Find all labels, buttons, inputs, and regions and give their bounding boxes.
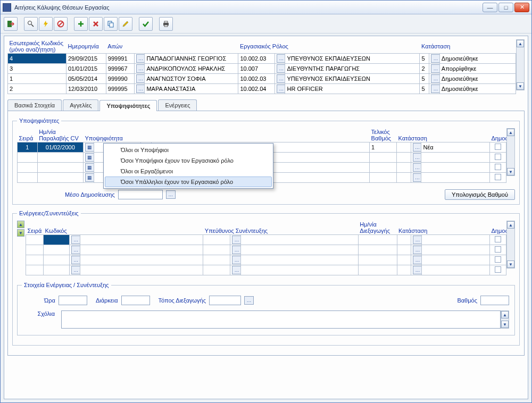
lookup-icon[interactable]: … xyxy=(277,54,285,63)
edit-icon[interactable] xyxy=(119,17,132,31)
menu-employees-with-role[interactable]: Όσοι Υπάλληλοι έχουν τον Εργασιακό ρόλο xyxy=(105,177,272,187)
lookup-icon[interactable]: … xyxy=(413,153,421,162)
exit-icon[interactable] xyxy=(4,17,18,31)
lookup-icon[interactable]: … xyxy=(136,54,145,63)
tab-ads[interactable]: Αγγελίες xyxy=(63,99,98,111)
lookup-icon[interactable]: … xyxy=(413,143,421,152)
lookup-icon[interactable]: … xyxy=(136,85,145,93)
lookup-icon[interactable]: … xyxy=(413,246,421,254)
lookup-icon[interactable]: … xyxy=(413,173,421,182)
menu-candidates-with-role[interactable]: Όσοι Υποψήφιοι έχουν τον Εργασιακό ρόλο xyxy=(105,155,272,166)
lookup-icon[interactable]: … xyxy=(413,163,421,172)
scroll-down-icon[interactable]: ▼ xyxy=(501,321,509,328)
action-row[interactable]: ……… xyxy=(26,235,506,245)
master-row[interactable]: 4 29/09/2015 999991 … ΠΑΠΑΔΟΓΙΑΝΝΗΣ ΓΕΩΡ… xyxy=(8,54,516,64)
actions-legend: Ενέργειες/Συνεντεύξεις xyxy=(17,210,81,216)
notes-label: Σχόλια xyxy=(23,310,55,317)
lookup-icon[interactable]: … xyxy=(431,74,439,83)
calendar-icon[interactable]: ▦ xyxy=(85,163,94,172)
action-row[interactable]: ……… xyxy=(26,265,506,275)
add-icon[interactable] xyxy=(74,17,88,31)
copy-icon[interactable] xyxy=(104,17,118,31)
move-down-icon[interactable]: ▼ xyxy=(17,229,24,237)
tab-actions[interactable]: Ενέργειες xyxy=(158,99,197,111)
scroll-down-icon[interactable]: ▼ xyxy=(507,168,514,175)
master-row[interactable]: 301/01/2015999967 …ΑΝΔΡΙΚΟΠΟΥΛΟΣ ΗΡΑΚΛΗΣ… xyxy=(8,64,516,74)
lookup-icon[interactable]: … xyxy=(244,296,254,305)
lookup-icon[interactable]: … xyxy=(232,256,240,264)
lookup-icon[interactable]: … xyxy=(232,266,240,274)
menu-all-candidates[interactable]: Όλοι οι Υποψήφιοι xyxy=(105,145,272,155)
publish-checkbox[interactable] xyxy=(495,154,501,160)
minimize-button[interactable]: — xyxy=(483,3,497,12)
lookup-icon[interactable]: … xyxy=(136,64,145,73)
action-detail-legend: Στοιχεία Ενέργειας / Συνέντευξης xyxy=(22,282,111,288)
close-button[interactable]: ✕ xyxy=(514,3,529,12)
search-icon[interactable] xyxy=(24,17,38,31)
lookup-icon[interactable]: … xyxy=(413,236,421,244)
scroll-up-icon[interactable]: ▲ xyxy=(501,311,509,318)
lookup-icon[interactable]: … xyxy=(232,236,240,244)
actions-scrollbar[interactable]: ▲ ▼ xyxy=(506,221,515,268)
notes-input[interactable] xyxy=(61,310,501,329)
lookup-icon[interactable]: … xyxy=(277,74,285,83)
master-row[interactable]: 105/05/2014999990 …ΑΝΑΓΝΩΣΤΟΥ ΣΟΦΙΑ 10.0… xyxy=(8,74,516,84)
publish-checkbox[interactable] xyxy=(495,164,501,170)
lookup-icon[interactable]: … xyxy=(71,236,80,244)
scroll-up-icon[interactable]: ▲ xyxy=(507,221,514,229)
scroll-down-icon[interactable]: ▼ xyxy=(507,261,514,268)
lookup-icon[interactable]: … xyxy=(136,74,145,83)
lookup-icon[interactable]: … xyxy=(431,64,439,73)
master-grid[interactable]: Εσωτερικός Κωδικός(μόνο αναζήτηση) Ημερο… xyxy=(7,39,516,94)
lookup-icon[interactable]: … xyxy=(232,246,240,254)
place-input[interactable] xyxy=(209,296,241,305)
publish-checkbox[interactable] xyxy=(495,144,501,150)
scroll-up-icon[interactable]: ▲ xyxy=(507,129,514,136)
maximize-button[interactable]: □ xyxy=(498,3,513,12)
cand-scrollbar[interactable]: ▲ ▼ xyxy=(506,128,515,176)
content-area: Εσωτερικός Κωδικός(μόνο αναζήτηση) Ημερο… xyxy=(4,36,528,399)
master-scrollbar[interactable]: ▲ ▼ xyxy=(516,39,525,90)
lookup-icon[interactable]: … xyxy=(431,54,439,63)
medium-input[interactable] xyxy=(118,190,163,199)
lookup-icon[interactable]: … xyxy=(277,85,285,93)
context-menu[interactable]: Όλοι οι Υποψήφιοι Όσοι Υποψήφιοι έχουν τ… xyxy=(103,143,273,189)
score-input[interactable] xyxy=(480,296,509,305)
delete-icon[interactable] xyxy=(89,17,103,31)
confirm-icon[interactable] xyxy=(139,17,153,31)
actions-grid[interactable]: Σειρά Κωδικός Υπεύθυνος Συνέντευξης Ημ/ν… xyxy=(26,221,506,275)
publish-checkbox[interactable] xyxy=(495,266,501,273)
lookup-icon[interactable]: … xyxy=(71,246,80,254)
calendar-icon[interactable]: ▦ xyxy=(85,143,94,152)
calc-score-button[interactable]: Υπολογισμός Βαθμού xyxy=(445,189,515,200)
lookup-icon[interactable]: … xyxy=(413,256,421,264)
action-row[interactable]: ……… xyxy=(26,255,506,265)
flash-icon[interactable] xyxy=(39,17,53,31)
publish-checkbox[interactable] xyxy=(495,256,501,263)
scroll-down-icon[interactable]: ▼ xyxy=(517,82,524,90)
master-row[interactable]: 212/03/2010999995 …ΜΑΡΑ ΑΝΑΣΤΑΣΙΑ 10.002… xyxy=(8,84,516,94)
lookup-icon[interactable]: … xyxy=(71,256,80,264)
publish-checkbox[interactable] xyxy=(495,174,501,180)
time-input[interactable] xyxy=(59,296,87,305)
lookup-icon[interactable]: … xyxy=(166,190,176,199)
col-cvdate: Ημ/νίαΠαραλαβής CV xyxy=(37,128,83,142)
menu-all-employees[interactable]: Όλοι οι Εργαζόμενοι xyxy=(105,166,272,177)
calendar-icon[interactable]: ▦ xyxy=(85,173,94,182)
lookup-icon[interactable]: … xyxy=(71,266,80,274)
lookup-icon[interactable]: … xyxy=(277,64,285,73)
lookup-icon[interactable]: … xyxy=(413,266,421,274)
tab-basic[interactable]: Βασικά Στοιχεία xyxy=(7,99,62,111)
move-up-icon[interactable]: ▲ xyxy=(17,221,24,228)
publish-checkbox[interactable] xyxy=(495,236,501,242)
tab-candidacies[interactable]: Υποψηφιότητες xyxy=(99,100,157,111)
cancel-icon[interactable] xyxy=(54,17,68,31)
calendar-icon[interactable]: ▦ xyxy=(85,153,94,162)
action-row[interactable]: ……… xyxy=(26,245,506,255)
print-icon[interactable] xyxy=(159,17,173,31)
notes-scrollbar[interactable]: ▲ ▼ xyxy=(501,310,509,329)
duration-input[interactable] xyxy=(121,296,150,305)
lookup-icon[interactable]: … xyxy=(431,85,439,93)
scroll-up-icon[interactable]: ▲ xyxy=(517,40,524,47)
publish-checkbox[interactable] xyxy=(495,246,501,253)
